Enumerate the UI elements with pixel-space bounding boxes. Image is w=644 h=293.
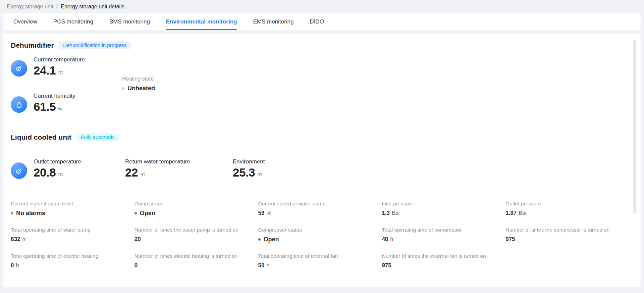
environment-temperature-unit: °C — [257, 172, 262, 177]
tab-ems-monitoring[interactable]: EMS monitoring — [253, 13, 293, 30]
environmental-monitoring-panel: Dehumidifier Dehumidification in progres… — [3, 34, 641, 287]
tab-overview[interactable]: Overview — [13, 13, 37, 30]
liquid-cooled-unit-header: Liquid cooled unit Fully automatic — [11, 133, 119, 141]
stat-cell-external-fan-time: Total operating time of external fan 50 … — [258, 253, 382, 269]
tab-bar: Overview PCS monitoring BMS monitoring E… — [3, 13, 641, 30]
dehumidifier-status-badge: Dehumidification in progress — [59, 41, 130, 49]
current-temperature-unit: °C — [58, 70, 63, 75]
compressor-status-dot — [258, 238, 261, 241]
tab-pcs-monitoring[interactable]: PCS monitoring — [53, 13, 93, 30]
stat-cell-water-pump-speed: Current speed of water pump 59 % — [258, 201, 382, 217]
tab-bms-monitoring[interactable]: BMS monitoring — [109, 13, 150, 30]
current-humidity-unit: % — [58, 106, 62, 111]
outlet-temperature-label: Outlet temperature — [34, 158, 81, 165]
stat-cell-pump-operating-time: Total operating time of water pump 632 h — [11, 227, 135, 243]
heating-state-value: Unheated — [127, 85, 155, 92]
stat-cell-pump-on-count: Number of times the water pump is turned… — [135, 227, 258, 243]
return-water-temperature-stat: Return water temperature 22 °C — [125, 158, 190, 179]
current-humidity-value: 61.5 — [34, 101, 56, 113]
current-humidity-stat: Current humidity 61.5 % — [11, 93, 75, 113]
return-water-temperature-unit: °C — [140, 172, 145, 177]
environment-temperature-value: 25.3 — [233, 166, 255, 179]
heating-state-dot — [122, 87, 124, 90]
environment-temperature-label: Environment — [233, 158, 265, 165]
return-water-temperature-value: 22 — [125, 166, 138, 179]
droplet-icon — [11, 96, 27, 113]
return-water-temperature-label: Return water temperature — [125, 158, 190, 165]
stat-cell-pump-status: Pump status Open — [135, 201, 258, 217]
stat-cell-electric-heating-time: Total operating time of electric heating… — [11, 253, 135, 269]
thermometer-icon — [11, 60, 27, 77]
heating-state-block: Heating state Unheated — [122, 76, 155, 92]
stat-cell-inlet-pressure: Inlet pressure 1.3 Bar — [382, 201, 505, 217]
tab-dido[interactable]: DIDO — [310, 13, 324, 30]
liquid-cooled-stats-grid: Current highest alarm level No alarms Pu… — [11, 201, 629, 269]
stat-cell-compressor-operating-time: Total operating time of compressor 48 h — [382, 227, 505, 243]
stat-cell-external-fan-on-count: Number of times the external fan is turn… — [382, 253, 505, 269]
stat-cell-electric-heating-on-count: Number of times electric heating is turn… — [135, 253, 258, 269]
stat-cell-alarm-level: Current highest alarm level No alarms — [11, 201, 135, 217]
breadcrumb: Energy storage unit / Energy storage uni… — [0, 0, 644, 13]
current-temperature-stat: Current temperature 24.1 °C — [11, 56, 85, 77]
breadcrumb-separator: / — [56, 4, 58, 10]
stat-cell-compressor-status: Compressor status Open — [258, 227, 382, 243]
liquid-cooled-unit-mode-badge: Fully automatic — [77, 133, 119, 141]
breadcrumb-current: Energy storage unit details — [61, 4, 124, 10]
dehumidifier-title: Dehumidifier — [11, 41, 54, 49]
pump-status-dot — [135, 212, 137, 214]
liquid-cooled-unit-title: Liquid cooled unit — [11, 133, 71, 141]
outlet-temperature-value: 20.8 — [34, 166, 56, 179]
stat-cell-outlet-pressure: Outlet pressure 1.87 Bar — [505, 201, 629, 217]
current-temperature-label: Current temperature — [34, 56, 85, 63]
environment-temperature-stat: Environment 25.3 °C — [233, 158, 265, 179]
stat-cell-compressor-on-count: Number of times the compressor is turned… — [505, 227, 629, 243]
section-divider — [6, 125, 636, 125]
current-temperature-value: 24.1 — [34, 64, 56, 77]
breadcrumb-parent[interactable]: Energy storage unit — [7, 4, 53, 10]
current-humidity-label: Current humidity — [34, 93, 75, 99]
outlet-temperature-stat: Outlet temperature 20.8 °C — [34, 158, 81, 179]
thermometer-icon — [11, 162, 27, 179]
outlet-temperature-unit: °C — [58, 172, 63, 177]
tab-environmental-monitoring[interactable]: Environmental monitoring — [166, 13, 237, 30]
dehumidifier-header: Dehumidifier Dehumidification in progres… — [11, 41, 131, 49]
heating-state-label: Heating state — [122, 76, 155, 82]
stat-cell-empty — [505, 253, 629, 269]
panel-scrollbar-thumb[interactable] — [633, 40, 636, 213]
alarm-status-dot — [11, 212, 13, 214]
